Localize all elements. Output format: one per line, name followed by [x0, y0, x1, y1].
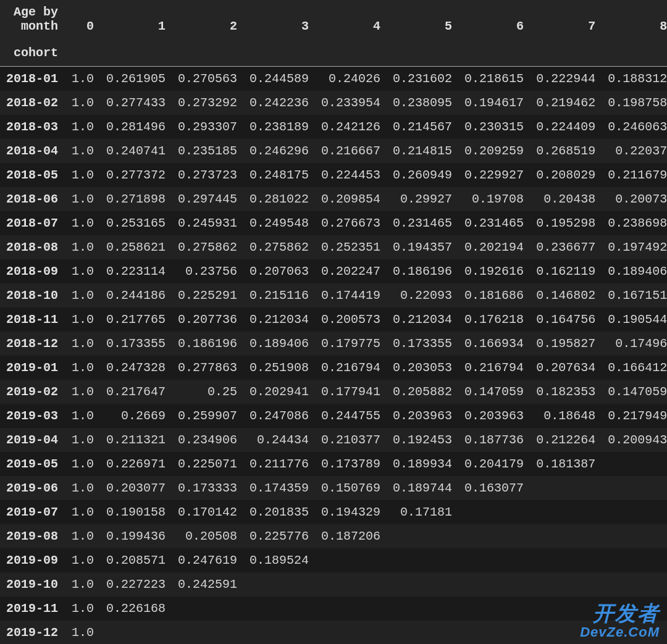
data-cell: [387, 572, 458, 596]
data-cell: 0.259907: [172, 404, 243, 428]
data-cell: 0.24434: [243, 428, 315, 452]
data-cell: 0.275862: [243, 235, 315, 259]
data-cell: 0.271898: [100, 187, 172, 211]
data-cell: [458, 524, 530, 548]
data-cell: 0.225071: [172, 452, 243, 476]
data-cell: 1.0: [65, 139, 100, 163]
data-cell: 0.249548: [243, 211, 315, 235]
data-cell: 0.212034: [243, 307, 315, 332]
data-cell: 0.252351: [315, 235, 387, 259]
data-cell: 1.0: [65, 67, 100, 91]
data-cell: 0.203963: [458, 404, 530, 428]
data-cell: 0.192453: [387, 428, 458, 452]
data-cell: 0.212034: [387, 307, 458, 332]
data-cell: 0.186196: [387, 259, 458, 283]
col-header-2: 2: [172, 0, 243, 38]
data-cell: 0.277433: [100, 91, 172, 115]
data-cell: 1.0: [65, 187, 100, 211]
data-cell: 0.204179: [458, 452, 530, 476]
data-cell: 0.29927: [387, 187, 458, 211]
data-cell: 0.147059: [602, 380, 667, 404]
table-row: 2018-061.00.2718980.2974450.2810220.2098…: [0, 187, 667, 211]
data-cell: 0.242126: [315, 115, 387, 139]
data-cell: 1.0: [65, 548, 100, 572]
data-cell: [387, 548, 458, 572]
data-cell: [243, 621, 315, 644]
data-cell: 0.195827: [530, 332, 602, 356]
data-cell: 0.192616: [458, 259, 530, 283]
row-label: 2019-03: [0, 404, 65, 428]
data-cell: [602, 548, 667, 572]
corner-line2: month: [21, 19, 58, 33]
data-cell: [602, 524, 667, 548]
table-row: 2019-091.00.2085710.2476190.189524: [0, 548, 667, 572]
data-cell: 0.188312: [602, 67, 667, 91]
data-cell: 0.209259: [458, 139, 530, 163]
data-cell: 0.225291: [172, 283, 243, 307]
row-label: 2018-08: [0, 235, 65, 259]
column-header-row: Age by month 0 1 2 3 4 5 6 7 8: [0, 0, 667, 38]
col-header-3: 3: [243, 0, 315, 38]
data-cell: 1.0: [65, 524, 100, 548]
row-label: 2019-01: [0, 356, 65, 380]
table-row: 2019-061.00.2030770.1733330.1743590.1507…: [0, 476, 667, 500]
data-cell: [530, 524, 602, 548]
data-cell: 0.231465: [458, 211, 530, 235]
data-cell: 0.208029: [530, 163, 602, 187]
data-cell: 0.260949: [387, 163, 458, 187]
age-by-month-header: Age by month: [0, 0, 65, 38]
data-cell: 1.0: [65, 283, 100, 307]
table-row: 2018-011.00.2619050.2705630.2445890.2402…: [0, 67, 667, 91]
data-cell: 1.0: [65, 621, 100, 644]
data-cell: 0.247328: [100, 356, 172, 380]
table-row: 2018-051.00.2773720.2737230.2481750.2244…: [0, 163, 667, 187]
data-cell: 0.166934: [458, 332, 530, 356]
table-row: 2019-101.00.2272230.242591: [0, 572, 667, 596]
data-cell: 0.179775: [315, 332, 387, 356]
data-cell: 0.186196: [172, 332, 243, 356]
table-row: 2018-091.00.2231140.237560.2070630.20224…: [0, 259, 667, 283]
data-cell: 0.190544: [602, 307, 667, 332]
data-cell: 0.170142: [172, 500, 243, 524]
data-cell: [602, 572, 667, 596]
data-cell: 0.174419: [315, 283, 387, 307]
table-row: 2018-071.00.2531650.2459310.2495480.2766…: [0, 211, 667, 235]
row-label: 2019-05: [0, 452, 65, 476]
data-cell: 0.281496: [100, 115, 172, 139]
data-cell: [458, 621, 530, 644]
data-cell: [315, 621, 387, 644]
data-cell: [315, 572, 387, 596]
data-table-container: Age by month 0 1 2 3 4 5 6 7 8 cohort 20…: [0, 0, 667, 644]
data-cell: 0.173789: [315, 452, 387, 476]
data-cell: [315, 596, 387, 621]
data-cell: 0.195298: [530, 211, 602, 235]
data-cell: 0.242236: [243, 91, 315, 115]
data-cell: 0.238189: [243, 115, 315, 139]
data-cell: 0.217765: [100, 307, 172, 332]
row-label: 2019-04: [0, 428, 65, 452]
data-cell: 0.273723: [172, 163, 243, 187]
data-cell: 0.246296: [243, 139, 315, 163]
table-row: 2018-111.00.2177650.2077360.2120340.2005…: [0, 307, 667, 332]
data-cell: 0.24026: [315, 67, 387, 91]
data-cell: 0.216794: [458, 356, 530, 380]
data-cell: 0.217949: [602, 404, 667, 428]
data-cell: 0.20508: [172, 524, 243, 548]
data-cell: 0.258621: [100, 235, 172, 259]
data-cell: 0.226971: [100, 452, 172, 476]
col-header-6: 6: [458, 0, 530, 38]
data-cell: 0.19708: [458, 187, 530, 211]
data-cell: 0.197492: [602, 235, 667, 259]
data-cell: 0.194357: [387, 235, 458, 259]
data-cell: 0.207736: [172, 307, 243, 332]
row-label: 2019-02: [0, 380, 65, 404]
data-cell: 1.0: [65, 356, 100, 380]
table-row: 2018-121.00.1733550.1861960.1894060.1797…: [0, 332, 667, 356]
data-cell: 1.0: [65, 307, 100, 332]
data-cell: 0.164756: [530, 307, 602, 332]
data-cell: 0.189524: [243, 548, 315, 572]
data-cell: 1.0: [65, 115, 100, 139]
row-label: 2018-04: [0, 139, 65, 163]
data-cell: 0.200943: [602, 428, 667, 452]
data-cell: 0.187736: [458, 428, 530, 452]
